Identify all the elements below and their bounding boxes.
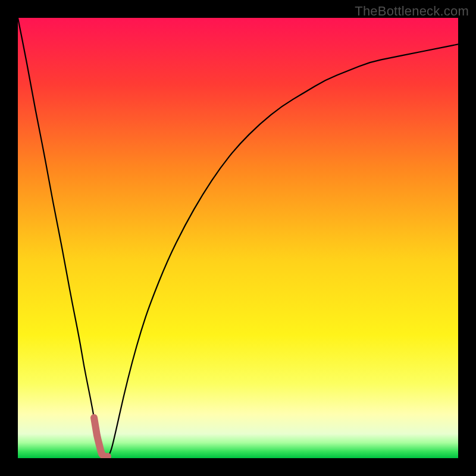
curve-layer [18, 18, 458, 458]
plot-area [18, 18, 458, 458]
notch-marker [94, 418, 108, 458]
chart-container: TheBottleneck.com [0, 0, 476, 476]
bottleneck-curve [18, 18, 458, 457]
watermark-label: TheBottleneck.com [355, 4, 469, 19]
